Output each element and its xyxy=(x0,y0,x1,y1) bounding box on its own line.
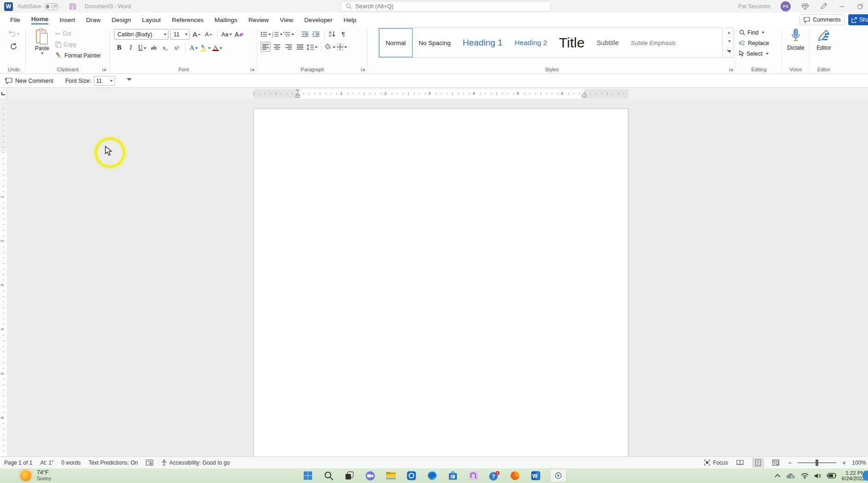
tab-draw[interactable]: Draw xyxy=(81,13,106,27)
underline-button[interactable]: U xyxy=(137,43,147,53)
weather-widget[interactable]: 74°F Sunny xyxy=(20,469,51,483)
tab-developer[interactable]: Developer xyxy=(299,13,338,27)
taskbar-search-icon[interactable] xyxy=(323,470,335,482)
paragraph-dialog-launcher[interactable] xyxy=(361,67,366,72)
screen-capture-app-icon[interactable] xyxy=(550,469,566,482)
justify-button[interactable] xyxy=(295,42,305,52)
align-left-button[interactable] xyxy=(260,42,271,52)
comments-button[interactable]: Comments xyxy=(799,14,845,25)
borders-button[interactable] xyxy=(337,42,347,52)
search-input[interactable] xyxy=(355,3,530,10)
style-no-spacing[interactable]: No Spacing xyxy=(413,28,457,58)
page-indicator[interactable]: Page 1 of 1 xyxy=(4,460,32,466)
show-paragraph-marks-button[interactable]: ¶ xyxy=(338,29,348,39)
styles-scroll-down[interactable] xyxy=(724,38,733,47)
font-name-combobox[interactable]: Calibri (Body) xyxy=(114,29,168,40)
style-heading-1[interactable]: Heading 1 xyxy=(457,28,509,58)
grow-font-button[interactable]: A xyxy=(191,29,202,40)
redo-button[interactable] xyxy=(3,41,25,52)
shrink-font-button[interactable]: A xyxy=(203,29,214,40)
styles-scroll-up[interactable] xyxy=(724,28,733,38)
highlight-color-button[interactable] xyxy=(200,43,211,53)
zoom-percent[interactable]: 100% xyxy=(852,460,866,466)
speaker-icon[interactable] xyxy=(814,473,821,479)
copy-button[interactable]: Copy xyxy=(55,40,101,50)
style-title[interactable]: Title xyxy=(553,28,591,58)
replace-button[interactable]: bc Replace xyxy=(739,38,781,48)
font-color-chevron[interactable] xyxy=(220,47,222,51)
autosave-control[interactable]: AutoSave Off xyxy=(17,3,59,10)
new-comment-button[interactable]: New Comment xyxy=(5,78,53,84)
chat-icon[interactable] xyxy=(364,470,376,482)
onedrive-cloud-icon[interactable] xyxy=(786,472,795,479)
tab-view[interactable]: View xyxy=(274,13,299,27)
blue-ring-app-icon[interactable] xyxy=(405,470,417,482)
file-explorer-icon[interactable] xyxy=(385,470,397,482)
change-case-button[interactable]: Aa xyxy=(221,29,232,40)
wifi-icon[interactable] xyxy=(801,473,809,479)
clear-formatting-button[interactable]: A xyxy=(234,29,244,40)
dictate-button[interactable]: Dictate xyxy=(782,29,809,51)
word-count[interactable]: 0 words xyxy=(61,460,81,466)
undo-dropdown-chevron[interactable] xyxy=(17,33,20,36)
indent-marker-right[interactable] xyxy=(582,92,586,98)
clipboard-dialog-launcher[interactable] xyxy=(102,67,107,72)
bullets-button[interactable] xyxy=(260,29,271,39)
align-center-button[interactable] xyxy=(272,42,282,52)
get-help-icon[interactable]: ?! xyxy=(488,470,500,482)
indent-markers-left[interactable] xyxy=(295,89,300,98)
multilevel-list-button[interactable] xyxy=(284,29,294,39)
premium-diamond-icon[interactable] xyxy=(801,2,809,11)
strikethrough-button[interactable]: ab xyxy=(149,43,159,53)
vertical-ruler[interactable]: 1 2 3 4 5 6 xyxy=(0,100,7,456)
autosave-toggle[interactable]: Off xyxy=(44,3,59,10)
text-predictions[interactable]: Text Predictions: On xyxy=(88,460,138,466)
paste-dropdown-chevron[interactable] xyxy=(41,52,44,56)
microsoft-store-icon[interactable] xyxy=(447,470,459,482)
subscript-button[interactable]: x₂ xyxy=(160,43,170,53)
borders-chevron[interactable] xyxy=(344,46,347,50)
text-effects-chevron[interactable] xyxy=(195,47,198,51)
styles-gallery-expand[interactable] xyxy=(724,48,733,58)
search-box[interactable] xyxy=(341,1,551,12)
word-app-icon[interactable]: W xyxy=(530,470,542,482)
zoom-slider[interactable] xyxy=(798,462,836,463)
editor-button[interactable]: Editor xyxy=(810,29,838,51)
tab-design[interactable]: Design xyxy=(106,13,137,27)
minimize-button[interactable] xyxy=(838,2,846,11)
paste-button[interactable]: Paste xyxy=(30,29,53,62)
find-chevron[interactable] xyxy=(762,32,764,35)
find-button[interactable]: Find xyxy=(739,28,781,37)
edge-icon[interactable] xyxy=(426,470,438,482)
user-name[interactable]: Pat Sessions xyxy=(738,3,770,10)
pastel-swirl-app-icon[interactable] xyxy=(468,470,480,482)
italic-button[interactable]: I xyxy=(126,43,136,53)
focus-mode-button[interactable]: Focus xyxy=(704,460,728,466)
ribbon-display-pen-icon[interactable] xyxy=(819,2,827,11)
shading-button[interactable] xyxy=(324,42,336,52)
print-layout-button[interactable] xyxy=(752,458,764,468)
battery-plug-icon[interactable] xyxy=(827,473,836,478)
sort-button[interactable]: AZ xyxy=(327,29,337,39)
style-normal[interactable]: Normal xyxy=(379,28,413,58)
clock[interactable]: 1:22 PM 6/24/2022 xyxy=(842,470,865,482)
firefox-icon[interactable] xyxy=(509,470,521,482)
tab-insert[interactable]: Insert xyxy=(54,13,81,27)
style-subtitle[interactable]: Subtitle xyxy=(590,28,625,58)
style-subtle-emphasis[interactable]: Subtle Emphasis xyxy=(625,28,722,58)
tab-review[interactable]: Review xyxy=(243,13,274,27)
tray-chevron-up-icon[interactable] xyxy=(775,474,781,477)
tab-file[interactable]: File xyxy=(5,13,26,27)
tab-layout[interactable]: Layout xyxy=(137,13,167,27)
zoom-slider-thumb[interactable] xyxy=(816,460,818,466)
align-right-button[interactable] xyxy=(284,42,294,52)
save-icon[interactable] xyxy=(69,3,76,10)
bullets-chevron[interactable] xyxy=(268,34,271,37)
share-button[interactable]: Share xyxy=(848,14,868,25)
tab-help[interactable]: Help xyxy=(338,13,362,27)
cut-button[interactable]: ✂ Cut xyxy=(55,29,101,39)
accessibility-status[interactable]: Accessibility: Good to go xyxy=(161,460,230,466)
undo-button[interactable] xyxy=(3,29,25,39)
font-dialog-launcher[interactable] xyxy=(250,67,255,72)
text-predictions-icon[interactable] xyxy=(146,460,153,466)
